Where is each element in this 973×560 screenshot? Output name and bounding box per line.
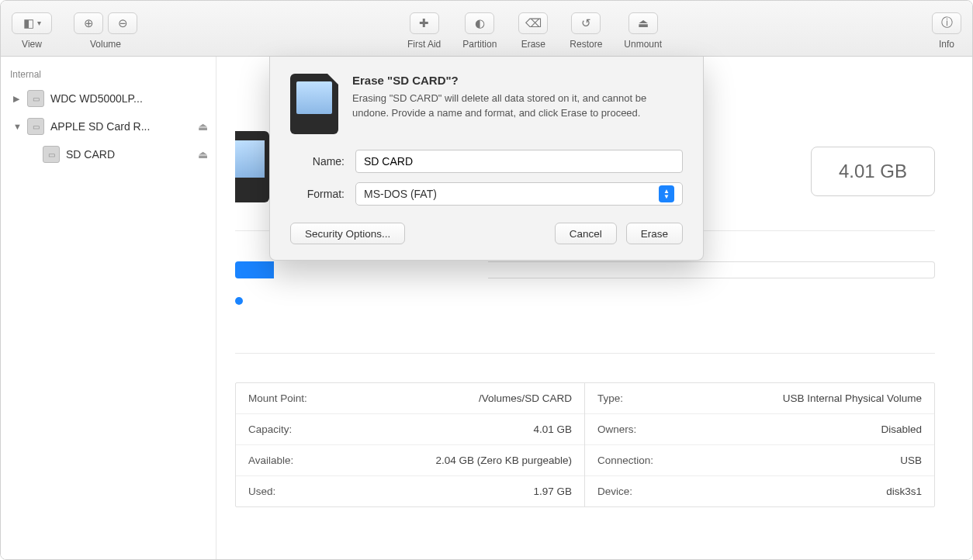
legend-dot-icon — [235, 297, 243, 305]
toolbar: ◧ ▾ View ⊕ ⊖ Volume ✚ First Aid ◐ Partit… — [1, 1, 972, 57]
restore-button[interactable]: ↺ — [571, 12, 601, 34]
sheet-text: Erase "SD CARD"? Erasing "SD CARD" will … — [352, 74, 683, 134]
sidebar: Internal ▶ ▭ WDC WD5000LP... ▼ ▭ APPLE S… — [1, 57, 216, 559]
info-icon: ⓘ — [941, 16, 953, 30]
toolbar-unmount-group: ⏏ Unmount — [624, 8, 662, 50]
hdd-icon: ▭ — [27, 90, 44, 107]
sidebar-layout-icon: ◧ — [23, 16, 34, 30]
info-row: Owners:Disabled — [585, 414, 934, 445]
capacity-box: 4.01 GB — [811, 147, 935, 196]
cancel-button[interactable]: Cancel — [555, 223, 617, 244]
volume-add-button[interactable]: ⊕ — [74, 12, 103, 34]
format-value: MS-DOS (FAT) — [364, 188, 437, 200]
eject-icon[interactable]: ⏏ — [198, 120, 208, 133]
capacity-value: 4.01 GB — [839, 161, 907, 182]
info-row: Mount Point:/Volumes/SD CARD — [236, 383, 584, 414]
disk-utility-window: ◧ ▾ View ⊕ ⊖ Volume ✚ First Aid ◐ Partit… — [0, 0, 973, 560]
erase-toolbar-button[interactable]: ⌫ — [518, 12, 548, 34]
info-col-right: Type:USB Internal Physical Volume Owners… — [585, 383, 934, 506]
volume-plus-icon: ⊕ — [84, 16, 94, 30]
volume-minus-icon: ⊖ — [118, 16, 128, 30]
format-row: Format: MS-DOS (FAT) ▲▼ — [290, 182, 683, 206]
erase-toolbar-label: Erase — [521, 39, 545, 50]
usage-bar-free — [488, 261, 935, 278]
view-label: View — [22, 39, 42, 50]
format-label: Format: — [290, 188, 345, 200]
erase-button[interactable]: Erase — [626, 223, 683, 244]
volume-artwork — [235, 131, 269, 202]
volume-label: Volume — [90, 39, 121, 50]
eject-icon[interactable]: ⏏ — [198, 148, 208, 161]
sheet-header: Erase "SD CARD"? Erasing "SD CARD" will … — [290, 74, 683, 134]
info-label: Info — [939, 39, 954, 50]
info-grid: Mount Point:/Volumes/SD CARD Capacity:4.… — [235, 382, 935, 507]
name-label: Name: — [290, 155, 345, 168]
name-input[interactable] — [355, 150, 683, 173]
sheet-actions: Security Options... Cancel Erase — [290, 223, 683, 244]
sheet-body-text: Erasing "SD CARD" will delete all data s… — [352, 92, 683, 121]
usage-bar-used — [235, 261, 274, 278]
erase-icon: ⌫ — [525, 16, 542, 30]
view-button[interactable]: ◧ ▾ — [12, 12, 52, 34]
toolbar-firstaid-group: ✚ First Aid — [407, 8, 441, 50]
info-row: Device:disk3s1 — [585, 476, 934, 506]
restore-label: Restore — [570, 39, 602, 50]
restore-icon: ↺ — [581, 16, 591, 30]
usage-legend — [235, 297, 243, 305]
info-row: Connection:USB — [585, 445, 934, 476]
info-row: Used:1.97 GB — [236, 476, 584, 506]
partition-button[interactable]: ◐ — [465, 12, 494, 34]
name-row: Name: — [290, 150, 683, 173]
unmount-label: Unmount — [624, 39, 662, 50]
sheet-title: Erase "SD CARD"? — [352, 74, 683, 87]
firstaid-label: First Aid — [407, 39, 441, 50]
erase-sheet: Erase "SD CARD"? Erasing "SD CARD" will … — [269, 57, 704, 261]
chevron-down-icon: ▾ — [37, 19, 41, 27]
info-col-left: Mount Point:/Volumes/SD CARD Capacity:4.… — [236, 383, 585, 506]
toolbar-info-group: ⓘ Info — [932, 8, 961, 50]
toolbar-view-group: ◧ ▾ View — [12, 8, 52, 50]
pie-icon: ◐ — [475, 16, 485, 30]
info-button[interactable]: ⓘ — [932, 12, 961, 34]
disclosure-down-icon[interactable]: ▼ — [13, 122, 21, 131]
sidebar-item-sd-card[interactable]: ▭ SD CARD ⏏ — [1, 140, 216, 168]
sidebar-item-label: WDC WD5000LP... — [50, 92, 208, 105]
unmount-button[interactable]: ⏏ — [628, 12, 658, 34]
sidebar-item-label: SD CARD — [66, 148, 192, 161]
stethoscope-icon: ✚ — [419, 16, 429, 30]
divider — [235, 353, 935, 354]
format-select[interactable]: MS-DOS (FAT) ▲▼ — [355, 182, 683, 206]
sd-reader-icon: ▭ — [27, 118, 44, 135]
select-arrows-icon: ▲▼ — [659, 185, 674, 202]
sidebar-item-label: APPLE SD Card R... — [50, 120, 192, 133]
toolbar-restore-group: ↺ Restore — [570, 8, 602, 50]
volume-remove-button[interactable]: ⊖ — [108, 12, 137, 34]
sidebar-header: Internal — [1, 66, 216, 85]
sidebar-item-apple-sd-reader[interactable]: ▼ ▭ APPLE SD Card R... ⏏ — [1, 112, 216, 140]
eject-icon: ⏏ — [638, 16, 649, 30]
info-row: Available:2.04 GB (Zero KB purgeable) — [236, 445, 584, 476]
sheet-form: Name: Format: MS-DOS (FAT) ▲▼ — [290, 150, 683, 206]
toolbar-erase-group: ⌫ Erase — [518, 8, 548, 50]
info-row: Type:USB Internal Physical Volume — [585, 383, 934, 414]
sidebar-item-wdc[interactable]: ▶ ▭ WDC WD5000LP... — [1, 85, 216, 112]
sd-card-icon: ▭ — [43, 146, 60, 163]
disclosure-right-icon[interactable]: ▶ — [13, 94, 21, 104]
toolbar-partition-group: ◐ Partition — [462, 8, 497, 50]
security-options-button[interactable]: Security Options... — [290, 223, 405, 244]
firstaid-button[interactable]: ✚ — [410, 12, 439, 34]
toolbar-volume-group: ⊕ ⊖ Volume — [74, 8, 137, 50]
sd-card-large-icon — [290, 74, 338, 134]
partition-label: Partition — [462, 39, 497, 50]
info-row: Capacity:4.01 GB — [236, 414, 584, 445]
